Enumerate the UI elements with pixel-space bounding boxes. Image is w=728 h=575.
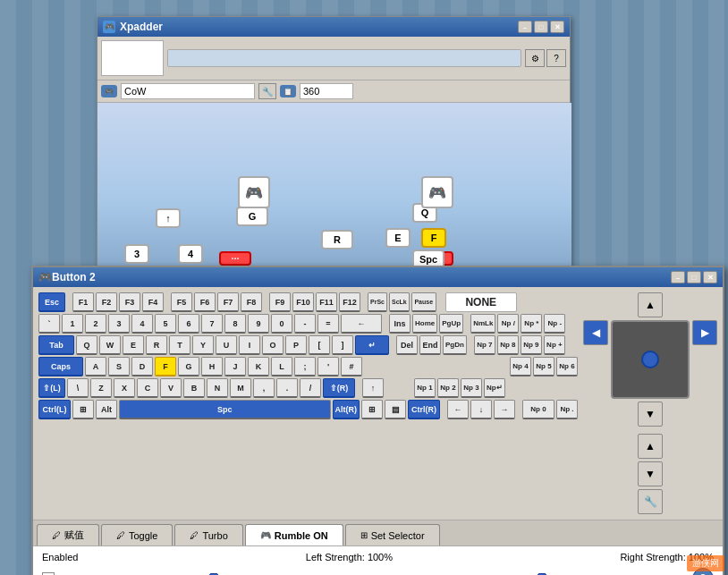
key-2[interactable]: 2 <box>85 314 106 334</box>
key-l[interactable]: L <box>271 357 292 376</box>
key-f4[interactable]: F4 <box>142 292 164 312</box>
key-comma[interactable]: , <box>253 378 275 398</box>
key-f7[interactable]: F7 <box>217 292 239 312</box>
key-j[interactable]: J <box>224 357 246 376</box>
profile-name-input[interactable] <box>121 83 255 99</box>
key-altgr[interactable]: Alt(R) <box>333 400 360 419</box>
key-8[interactable]: 8 <box>224 314 246 334</box>
xpadder-close-btn[interactable]: ✕ <box>550 21 564 33</box>
key-b[interactable]: B <box>183 378 205 398</box>
key-f11[interactable]: F11 <box>316 292 337 312</box>
tab-assign[interactable]: 🖊 赋值 <box>37 524 99 545</box>
key-hash[interactable]: # <box>341 357 362 376</box>
key-f10[interactable]: F10 <box>292 292 314 312</box>
xpadder-maximize-btn[interactable]: □ <box>534 21 548 33</box>
key-np-enter[interactable]: Np↵ <box>484 378 505 398</box>
key-pgup[interactable]: PgUp <box>439 314 463 334</box>
key-w[interactable]: W <box>99 335 121 355</box>
right-panel-left-btn[interactable]: ◀ <box>583 320 608 345</box>
key-k[interactable]: K <box>248 357 269 376</box>
button2-minimize-btn[interactable]: – <box>671 271 685 283</box>
key-alt-l[interactable]: Alt <box>96 400 117 419</box>
key-np4[interactable]: Np 4 <box>510 357 531 376</box>
key-esc[interactable]: Esc <box>38 292 65 312</box>
key-win-l[interactable]: ⊞ <box>72 400 94 419</box>
key-prsc[interactable]: PrSc <box>368 292 387 312</box>
key-f5[interactable]: F5 <box>171 292 192 312</box>
key-rbracket[interactable]: ] <box>332 335 353 355</box>
game-btn-up[interactable]: ↑ <box>156 208 181 228</box>
key-menu[interactable]: ▤ <box>385 400 406 419</box>
key-0[interactable]: 0 <box>271 314 292 334</box>
key-np-mul[interactable]: Np * <box>521 314 542 334</box>
key-tab[interactable]: Tab <box>38 335 74 355</box>
key-m[interactable]: M <box>230 378 251 398</box>
key-shift-r-label[interactable]: ⇧(R) <box>323 378 355 398</box>
key-h[interactable]: H <box>201 357 223 376</box>
game-btn-gamepad2[interactable]: 🎮 <box>421 176 453 208</box>
key-sclk[interactable]: ScLk <box>389 292 410 312</box>
button2-close-btn[interactable]: ✕ <box>703 271 717 283</box>
game-btn-red1[interactable]: ··· <box>219 251 251 266</box>
key-q[interactable]: Q <box>76 335 97 355</box>
key-9[interactable]: 9 <box>248 314 269 334</box>
key-np7[interactable]: Np 7 <box>474 335 495 355</box>
key-f3[interactable]: F3 <box>119 292 140 312</box>
key-z[interactable]: Z <box>90 378 112 398</box>
key-quote[interactable]: ' <box>317 357 339 376</box>
key-f12[interactable]: F12 <box>339 292 360 312</box>
key-equals[interactable]: = <box>317 314 339 334</box>
right-panel-up-btn[interactable]: ▲ <box>638 292 663 317</box>
key-semicolon[interactable]: ; <box>294 357 316 376</box>
key-lbracket[interactable]: [ <box>309 335 330 355</box>
key-i[interactable]: I <box>239 335 260 355</box>
key-e[interactable]: E <box>123 335 144 355</box>
key-space[interactable]: Spc <box>119 400 331 419</box>
key-f1[interactable]: F1 <box>72 292 94 312</box>
key-ctrl-l[interactable]: Ctrl(L) <box>38 400 71 419</box>
key-backspace[interactable]: ← <box>341 314 382 334</box>
game-btn-4[interactable]: 4 <box>178 244 203 264</box>
game-btn-3[interactable]: 3 <box>124 244 149 264</box>
key-y[interactable]: Y <box>192 335 214 355</box>
key-nmlk[interactable]: NmLk <box>470 314 495 334</box>
right-panel-wrench-btn[interactable]: 🔧 <box>638 489 663 514</box>
key-f2[interactable]: F2 <box>96 292 117 312</box>
key-np3[interactable]: Np 3 <box>461 378 482 398</box>
key-pgdn[interactable]: PgDn <box>443 335 467 355</box>
key-f9[interactable]: F9 <box>269 292 291 312</box>
key-np1[interactable]: Np 1 <box>414 378 436 398</box>
key-f6[interactable]: F6 <box>194 292 216 312</box>
right-panel-down2-btn[interactable]: ▼ <box>638 461 663 486</box>
key-period[interactable]: . <box>276 378 298 398</box>
key-t[interactable]: T <box>169 335 190 355</box>
right-panel-down-btn[interactable]: ▼ <box>638 402 663 427</box>
key-f8[interactable]: F8 <box>241 292 262 312</box>
key-home[interactable]: Home <box>412 314 437 334</box>
key-minus[interactable]: - <box>294 314 316 334</box>
key-3[interactable]: 3 <box>108 314 130 334</box>
key-s[interactable]: S <box>108 357 130 376</box>
tab-rumble[interactable]: 🎮 Rumble ON <box>245 524 343 545</box>
key-caps[interactable]: Caps <box>38 357 83 376</box>
key-p[interactable]: P <box>285 335 307 355</box>
key-1[interactable]: 1 <box>62 314 83 334</box>
key-d[interactable]: D <box>131 357 153 376</box>
key-5[interactable]: 5 <box>155 314 176 334</box>
key-end[interactable]: End <box>419 335 441 355</box>
key-np-plus[interactable]: Np + <box>544 335 565 355</box>
key-np9[interactable]: Np 9 <box>521 335 542 355</box>
button2-maximize-btn[interactable]: □ <box>687 271 701 283</box>
game-btn-f[interactable]: F <box>421 228 446 248</box>
wrench-btn[interactable]: 🔧 <box>258 83 276 99</box>
key-np5[interactable]: Np 5 <box>533 357 554 376</box>
tab-toggle[interactable]: 🖊 Toggle <box>101 524 173 545</box>
key-np-minus[interactable]: Np - <box>544 314 565 334</box>
key-win-r[interactable]: ⊞ <box>361 400 383 419</box>
key-a[interactable]: A <box>85 357 106 376</box>
key-np-dot[interactable]: Np . <box>556 400 578 419</box>
resolution-input[interactable] <box>300 83 353 99</box>
key-arrow-down[interactable]: ↓ <box>470 400 492 419</box>
key-o[interactable]: O <box>262 335 284 355</box>
key-np2[interactable]: Np 2 <box>437 378 459 398</box>
